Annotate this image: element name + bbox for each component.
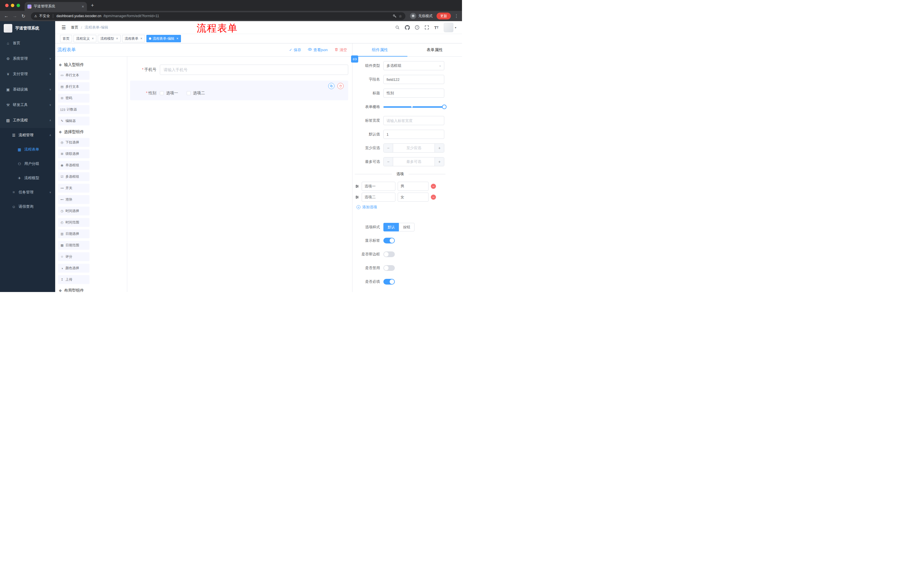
slider-handle[interactable] [442,105,447,109]
address-bar[interactable]: ⚠ 不安全 dashboard.yudao.iocoder.cn /bpm/ma… [31,12,405,20]
password-key-icon[interactable] [393,14,397,18]
palette-item[interactable]: ▥ 日期选择 [58,229,89,238]
palette-item[interactable]: ▭ 单行文本 [58,71,89,80]
sidebar-item-home[interactable]: ⌂ 首页 [0,35,55,51]
tab-process-model[interactable]: 流程模型 × [98,35,120,42]
update-button[interactable]: 更新 [437,13,451,20]
github-icon[interactable] [405,25,410,30]
sidebar-item-workflow[interactable]: ▤ 工作流程 ∧ [0,113,55,128]
style-default-button[interactable]: 默认 [383,223,399,232]
disabled-toggle[interactable] [383,265,395,271]
bookmark-star-icon[interactable]: ☆ [399,14,402,18]
collapse-sidebar-icon[interactable]: ☰ [61,25,66,31]
copy-component-button[interactable] [328,83,335,89]
browser-tab[interactable]: 芋道管理系统 × [25,2,87,11]
palette-item[interactable]: ⊶ 开关 [58,184,89,192]
close-icon[interactable]: × [92,36,94,41]
palette-item[interactable]: ☑ 多选框组 [58,172,89,181]
tab-component-props[interactable]: 组件属性 [353,43,408,56]
tab-process-definition[interactable]: 流程定义 × [73,35,96,42]
close-icon[interactable]: × [177,36,178,41]
reload-button[interactable]: ↻ [21,13,26,19]
palette-item[interactable]: ⊟ 密码 [58,94,89,102]
tab-close-icon[interactable]: × [82,4,84,9]
default-value-input[interactable] [383,130,444,139]
palette-item[interactable]: ◉ 单选框组 [58,161,89,170]
palette-item[interactable]: ↥ 上传 [58,275,89,284]
font-size-icon[interactable]: TT [434,25,439,30]
sidebar-item-process-model[interactable]: ✈ 流程模型 [0,171,55,185]
grid-slider[interactable] [383,102,444,112]
palette-item[interactable]: ◴ 时间范围 [58,218,89,227]
palette-item[interactable]: ⊞ 级联选择 [58,150,89,158]
sidebar-item-system[interactable]: ⚙ 系统管理 ∨ [0,51,55,66]
option-one-checkbox[interactable]: 选项一 [160,90,178,96]
sidebar-item-payment[interactable]: ¥ 支付管理 ∨ [0,66,55,82]
user-menu[interactable]: ▾ [444,23,456,32]
palette-item[interactable]: ✎ 编辑器 [58,117,89,125]
option-name-input[interactable] [361,182,395,191]
plus-button[interactable]: + [435,144,444,152]
clear-button[interactable]: 清空 [335,48,347,53]
tab-process-form[interactable]: 流程表单 × [122,35,145,42]
border-toggle[interactable] [383,252,395,257]
delete-component-button[interactable] [337,83,344,89]
remove-option-button[interactable]: − [431,194,436,200]
close-icon[interactable]: × [140,36,142,41]
minimize-window-button[interactable] [11,4,14,7]
view-json-button[interactable]: 查看json [308,48,328,53]
close-window-button[interactable] [5,4,8,7]
new-tab-button[interactable]: + [91,3,94,8]
drag-handle-icon[interactable] [355,195,360,199]
link-icon[interactable] [351,56,358,63]
drag-handle-icon[interactable] [355,184,360,189]
app-logo[interactable]: 芋道管理系统 [0,21,55,35]
phone-field-item[interactable]: *手机号 [130,62,348,78]
show-label-toggle[interactable] [383,238,395,243]
search-icon[interactable] [395,25,400,30]
security-warning-icon[interactable]: ⚠ [34,14,37,18]
phone-input[interactable] [160,64,348,75]
tab-home[interactable]: 首页 [60,35,72,42]
sidebar-item-devtools[interactable]: ⚒ 研发工具 ∨ [0,97,55,113]
back-button[interactable]: ← [3,13,9,18]
option-two-checkbox[interactable]: 选项二 [187,90,205,96]
help-icon[interactable]: ? [415,25,419,30]
minus-button[interactable]: − [384,144,393,152]
tab-process-form-edit[interactable]: 流程表单-编辑 × [146,35,181,42]
sidebar-item-task-management[interactable]: ⌗ 任务管理 ∨ [0,185,55,199]
option-value-input[interactable] [398,192,429,202]
palette-item[interactable]: 123 计数器 [58,105,89,114]
plus-button[interactable]: + [435,158,444,166]
palette-item[interactable]: ▩ 日期范围 [58,241,89,250]
max-select-value[interactable]: 最多可选 [393,158,435,166]
palette-item[interactable]: ☆ 评分 [58,252,89,261]
sidebar-item-process-management[interactable]: ☰ 流程管理 ∧ [0,128,55,142]
browser-menu-icon[interactable]: ⋮ [454,13,459,18]
sidebar-item-infrastructure[interactable]: ▣ 基础设施 ∨ [0,82,55,97]
incognito-profile-chip[interactable]: 无痕模式 [410,13,432,19]
palette-item[interactable]: ⊷ 滑块 [58,195,89,204]
gender-field-item[interactable]: *性别 选项一 选项二 [130,81,348,100]
palette-item[interactable]: ▤ 多行文本 [58,82,89,91]
save-button[interactable]: ✓ 保存 [289,48,301,53]
palette-item[interactable]: ◷ 时间选择 [58,207,89,216]
close-icon[interactable]: × [116,36,118,41]
palette-item[interactable]: ◑ 颜色选择 [58,264,89,273]
option-value-input[interactable] [398,182,429,191]
fullscreen-icon[interactable] [424,25,429,30]
forward-button[interactable]: → [12,13,18,18]
palette-item[interactable]: ◎ 下拉选择 [58,138,89,147]
min-select-value[interactable]: 至少应选 [393,144,435,152]
remove-option-button[interactable]: − [431,184,436,189]
add-option-button[interactable]: + 添加选项 [356,204,444,210]
field-name-input[interactable] [383,75,444,84]
option-name-input[interactable] [361,192,395,202]
title-input[interactable] [383,89,444,98]
minus-button[interactable]: − [384,158,393,166]
component-type-select[interactable]: 多选框组 ∨ [383,61,444,70]
sidebar-item-leave-query[interactable]: ☺ 请假查询 [0,199,55,214]
sidebar-item-process-form[interactable]: ▦ 流程表单 [0,142,55,156]
style-button-button[interactable]: 按钮 [399,223,414,232]
label-width-input[interactable] [383,116,444,125]
